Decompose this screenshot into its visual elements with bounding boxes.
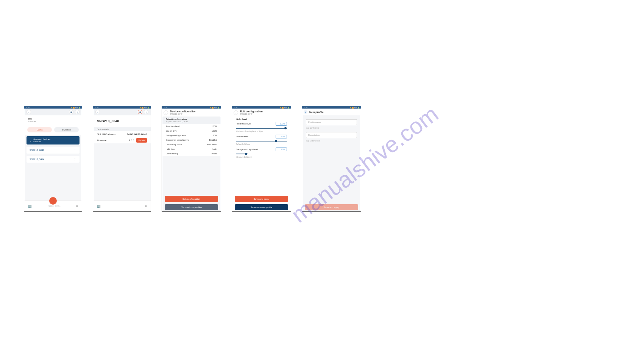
row-occ-ctrl: Occupancy based controlEnabled — [162, 138, 221, 142]
mac-label: BLE MAC address — [97, 133, 115, 135]
profile-name-hint: e.g. Conference — [306, 127, 357, 129]
page-header: ‹ Device configuration SNS210_0040 — [162, 109, 221, 117]
fw-label: Firmware — [97, 139, 106, 141]
device-name: SNS210_0040 — [30, 149, 44, 151]
filter-icon[interactable]: ⇄ — [69, 110, 73, 114]
project-header: test 2 devices — [24, 115, 82, 125]
close-button[interactable]: ✕ — [304, 110, 307, 114]
building-icon[interactable]: 🏢 — [28, 205, 32, 208]
screen-4-edit-config: 14:46 ⚡ 📶 45% 🔋 ‹ Edit configuration SNS… — [232, 106, 291, 212]
row-field-task: Field task level100% — [162, 124, 221, 129]
row-field-task: Field task level 100% — [232, 121, 291, 127]
more-icon[interactable]: ⋮ — [144, 110, 148, 114]
page-subtitle: SNS210_0040 — [170, 113, 196, 115]
fw-value: 1.0.0 — [129, 139, 134, 141]
sync-icon[interactable]: ⇄ — [138, 110, 142, 114]
description-hint: e.g. Second floor — [306, 140, 357, 142]
row-eco: Eco on level 80% — [232, 134, 291, 140]
eco-value[interactable]: 80% — [276, 135, 287, 138]
save-new-profile-button[interactable]: Save as a new profile — [235, 204, 288, 210]
project-subtitle: 2 devices — [28, 120, 78, 123]
back-button[interactable]: ‹ — [234, 110, 238, 115]
menu-icon[interactable]: ≡ — [76, 205, 78, 208]
screen-1-device-list: 14:45 ⚡ 📶 46% 🔋 ‹ ⇄ ⋮ test 2 devices Lig… — [24, 106, 82, 212]
tab-lights[interactable]: Lights — [27, 127, 52, 132]
device-menu-icon[interactable]: ⋮ — [73, 149, 76, 151]
screen-3-device-config: 14:45 ⚡ 📶 46% 🔋 ‹ Device configuration S… — [162, 106, 221, 212]
app-bar: ‹ ⇄ ⋮ — [93, 109, 151, 115]
status-time: 14:45 — [26, 107, 30, 109]
edit-configuration-button[interactable]: Edit configuration — [165, 196, 218, 202]
device-item-1[interactable]: SNS210_0040 ⋮ — [27, 147, 80, 154]
section-device-details: Device details — [93, 127, 151, 131]
status-signal: ⚡ 📶 46% 🔋 — [139, 107, 149, 109]
status-time: 14:46 — [304, 107, 307, 109]
row-bg: Background light level20% — [162, 133, 221, 138]
page-title: Edit configuration — [240, 110, 263, 113]
page-title: Device configuration — [170, 110, 196, 113]
bottom-bar: 🏢 IS210_4CF4 + ≡ — [24, 200, 82, 211]
status-signal: ⚡ 📶 46% 🔋 — [70, 107, 80, 109]
device-menu-icon[interactable]: ⋮ — [73, 158, 76, 160]
bg-slider[interactable] — [236, 152, 287, 155]
save-apply-button[interactable]: Save and apply — [235, 196, 288, 202]
row-occ-mode: Occupancy modeAuto on/off — [162, 142, 221, 147]
profile-name-input[interactable]: Profile name — [306, 119, 357, 125]
status-signal: ⚡ 📶 45% 🔋 — [349, 107, 359, 109]
field-task-value[interactable]: 100% — [276, 122, 287, 126]
page-header: ✕ New profile — [302, 109, 361, 115]
fab-add-button[interactable]: + — [49, 197, 57, 205]
unzoned-accordion[interactable]: ⌄ Unzoned devices 2 devices — [27, 136, 80, 144]
project-title: test — [28, 118, 78, 120]
row-grace: Grace fading10sec — [162, 151, 221, 156]
row-firmware: Firmware 1.0.0 Update — [93, 137, 151, 143]
app-bar: ‹ ⇄ ⋮ — [24, 109, 82, 115]
back-button[interactable]: ‹ — [95, 110, 100, 114]
back-button[interactable]: ‹ — [27, 110, 31, 114]
status-time: 14:46 — [234, 107, 237, 109]
choose-profiles-button[interactable]: Choose from profiles — [165, 204, 218, 210]
accordion-subtitle: 2 devices — [33, 140, 50, 143]
row-hold: Hold time1min — [162, 147, 221, 151]
applied-timestamp: Applied 04.03.2020, 14:43 — [166, 120, 217, 123]
device-name: SNS210_3414 — [30, 158, 44, 160]
row-bg: Background light level 20% — [232, 146, 291, 152]
mac-value: 04:DC:90:E0:00:40 — [127, 133, 147, 135]
bottom-snippet: IS210_4CF4 — [48, 205, 61, 207]
bottom-bar: 🏢 ≡ — [93, 200, 151, 211]
back-button[interactable]: ‹ — [164, 110, 168, 115]
eco-slider[interactable] — [236, 140, 287, 143]
page-header: ‹ Edit configuration SNS210_0040 — [232, 109, 291, 117]
tab-switches[interactable]: Switches — [54, 127, 79, 132]
chevron-down-icon: ⌄ — [30, 139, 31, 142]
status-time: 14:45 — [95, 107, 98, 109]
screen-5-new-profile: 14:46 ⚡ 📶 45% 🔋 ✕ New profile Profile na… — [302, 106, 361, 212]
row-eco: Eco on level100% — [162, 129, 221, 133]
section-light-level: Light level — [232, 117, 291, 121]
page-subtitle: SNS210_0040 — [240, 113, 263, 115]
status-signal: ⚡ 📶 45% 🔋 — [279, 107, 289, 109]
screen-2-device-detail: 14:45 ⚡ 📶 46% 🔋 ‹ ⇄ ⋮ SNS210_0040 Device… — [93, 106, 151, 212]
more-icon[interactable]: ⋮ — [75, 110, 80, 114]
bg-value[interactable]: 20% — [276, 148, 287, 151]
eco-hint: Default light level — [232, 143, 291, 146]
status-signal: ⚡ 📶 46% 🔋 — [209, 107, 219, 109]
description-input[interactable]: Description — [306, 132, 357, 138]
device-name-heading: SNS210_0040 — [93, 115, 151, 127]
field-task-hint: Maximum dimming level of lights — [232, 130, 291, 134]
row-mac: BLE MAC address 04:DC:90:E0:00:40 — [93, 131, 151, 137]
page-title: New profile — [309, 111, 324, 113]
status-time: 14:45 — [164, 107, 167, 109]
building-icon[interactable]: 🏢 — [97, 205, 101, 208]
update-button[interactable]: Update — [136, 138, 147, 143]
menu-icon[interactable]: ≡ — [145, 205, 147, 208]
field-task-slider[interactable] — [236, 127, 287, 130]
save-apply-button[interactable]: Save and apply — [305, 204, 358, 210]
device-item-2[interactable]: SNS210_3414 ⋮ — [27, 156, 80, 163]
bg-hint: Minimum light level — [232, 155, 291, 159]
